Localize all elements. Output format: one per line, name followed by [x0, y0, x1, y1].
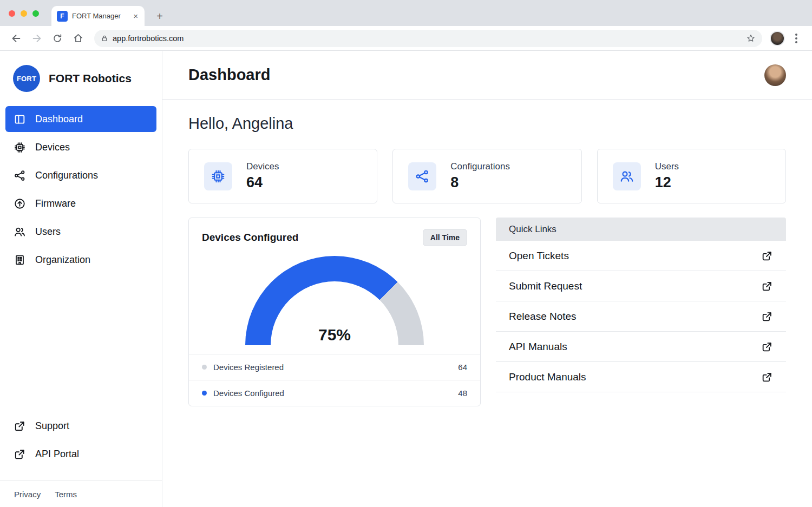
address-bar[interactable]: app.fortrobotics.com — [94, 30, 762, 47]
sidebar-item-api-portal[interactable]: API Portal — [5, 441, 156, 467]
fort-logo: FORT — [13, 65, 40, 92]
quick-link-product-manuals[interactable]: Product Manuals — [496, 362, 786, 392]
bookmark-star-icon[interactable] — [746, 34, 756, 43]
legend-label: Devices Registered — [213, 363, 458, 372]
terms-link[interactable]: Terms — [55, 490, 77, 499]
quick-links-title: Quick Links — [496, 218, 786, 241]
minimize-window-button[interactable] — [21, 10, 27, 17]
quick-link-release-notes[interactable]: Release Notes — [496, 301, 786, 332]
chip-icon — [204, 162, 232, 190]
maximize-window-button[interactable] — [32, 10, 39, 17]
main-header: Dashboard — [162, 51, 812, 100]
sidebar-footer-links: Support API Portal — [0, 413, 162, 469]
sidebar-item-support[interactable]: Support — [5, 413, 156, 439]
building-icon — [14, 254, 26, 266]
stat-card-users: Users 12 — [597, 149, 786, 203]
configurations-icon — [14, 169, 26, 182]
sidebar-item-label: API Portal — [35, 449, 79, 460]
panels-row: Devices Configured All Time 75% Devices … — [188, 218, 786, 406]
lock-icon — [101, 35, 108, 42]
tab-title: FORT Manager — [72, 12, 128, 20]
external-link-icon — [14, 420, 26, 432]
legend-value: 64 — [458, 363, 467, 372]
stat-card-devices: Devices 64 — [188, 149, 377, 203]
stat-value: 8 — [450, 174, 510, 191]
sidebar-item-label: Configurations — [35, 170, 98, 181]
brand-name: FORT Robotics — [49, 72, 132, 85]
legend-label: Devices Configured — [213, 389, 458, 398]
sidebar-item-configurations[interactable]: Configurations — [5, 162, 156, 188]
stats-row: Devices 64 Configurations 8 — [188, 149, 786, 203]
favicon: F — [57, 11, 68, 22]
external-link-icon — [761, 250, 773, 262]
back-button[interactable] — [8, 30, 25, 47]
legend-value: 48 — [458, 389, 467, 398]
quick-link-label: API Manuals — [509, 341, 567, 353]
external-link-icon — [761, 371, 773, 383]
close-tab-icon[interactable]: × — [132, 11, 139, 21]
stat-label: Configurations — [450, 161, 510, 172]
browser-tab[interactable]: F FORT Manager × — [51, 6, 145, 26]
sidebar-item-label: Devices — [35, 142, 70, 153]
gauge-percent-label: 75% — [245, 326, 424, 344]
stat-value: 64 — [246, 174, 279, 191]
brand: FORT FORT Robotics — [0, 51, 162, 106]
page-title: Dashboard — [188, 66, 270, 84]
chart-title: Devices Configured — [202, 232, 298, 243]
users-icon — [14, 226, 26, 238]
url-text[interactable]: app.fortrobotics.com — [113, 34, 742, 43]
devices-configured-card: Devices Configured All Time 75% Devices … — [188, 218, 481, 406]
browser-menu-icon[interactable] — [788, 30, 804, 47]
external-link-icon — [761, 311, 773, 322]
external-link-icon — [761, 280, 773, 292]
reload-button[interactable] — [49, 30, 66, 47]
sidebar-item-label: Users — [35, 226, 61, 238]
stat-label: Users — [655, 161, 679, 172]
quick-link-open-tickets[interactable]: Open Tickets — [496, 241, 786, 271]
external-link-icon — [14, 448, 26, 460]
sidebar-item-label: Organization — [35, 254, 90, 266]
dashboard-icon — [14, 113, 26, 126]
browser-tab-strip: F FORT Manager × + — [0, 0, 812, 26]
firmware-upload-icon — [14, 197, 26, 210]
sidebar-item-users[interactable]: Users — [5, 219, 156, 245]
sidebar: FORT FORT Robotics Dashboard Devices — [0, 51, 162, 507]
screen: F FORT Manager × + app.fortrobotics.com — [0, 0, 812, 507]
quick-link-label: Release Notes — [509, 311, 577, 322]
quick-link-submit-request[interactable]: Submit Request — [496, 271, 786, 301]
window-controls[interactable] — [9, 10, 39, 17]
external-link-icon — [761, 341, 773, 353]
quick-link-api-manuals[interactable]: API Manuals — [496, 332, 786, 362]
browser-toolbar: app.fortrobotics.com — [0, 26, 812, 51]
new-tab-button[interactable]: + — [152, 9, 167, 24]
legend-row-registered: Devices Registered 64 — [189, 354, 480, 380]
stat-label: Devices — [246, 161, 279, 172]
gauge-chart: 75% — [245, 256, 424, 345]
sidebar-item-organization[interactable]: Organization — [5, 247, 156, 273]
forward-button[interactable] — [28, 30, 45, 47]
quick-links-panel: Quick Links Open Tickets Submit Request … — [496, 218, 786, 392]
greeting: Hello, Angelina — [188, 115, 786, 133]
home-button[interactable] — [69, 30, 87, 47]
quick-link-label: Submit Request — [509, 280, 582, 292]
time-filter-button[interactable]: All Time — [423, 229, 467, 246]
legend-row-configured: Devices Configured 48 — [189, 380, 480, 406]
quick-link-label: Open Tickets — [509, 250, 569, 262]
close-window-button[interactable] — [9, 10, 15, 17]
sidebar-item-firmware[interactable]: Firmware — [5, 190, 156, 216]
user-avatar[interactable] — [764, 64, 786, 86]
configurations-icon — [408, 162, 436, 190]
browser-profile-avatar[interactable] — [770, 31, 785, 46]
chip-icon — [14, 141, 26, 154]
app-window: FORT FORT Robotics Dashboard Devices — [0, 51, 812, 507]
legend-dot-blue — [202, 391, 207, 396]
sidebar-item-dashboard[interactable]: Dashboard — [5, 106, 156, 132]
sidebar-item-label: Firmware — [35, 198, 76, 209]
sidebar-item-label: Dashboard — [35, 114, 83, 125]
sidebar-item-devices[interactable]: Devices — [5, 134, 156, 160]
legal-links: Privacy Terms — [0, 480, 162, 507]
privacy-link[interactable]: Privacy — [14, 490, 41, 499]
stat-value: 12 — [655, 174, 679, 191]
legend-dot-gray — [202, 365, 207, 370]
stat-card-configurations: Configurations 8 — [392, 149, 581, 203]
